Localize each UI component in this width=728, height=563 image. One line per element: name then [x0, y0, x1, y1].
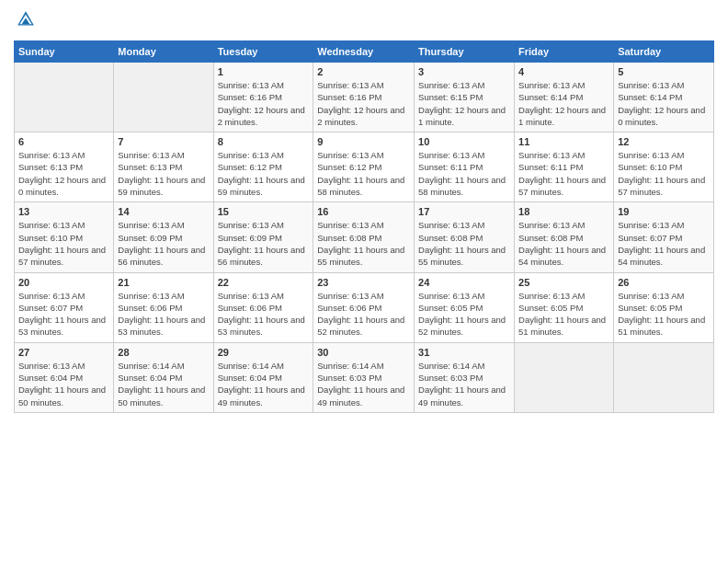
day-number: 18	[518, 206, 609, 217]
week-row-3: 13Sunrise: 6:13 AM Sunset: 6:10 PM Dayli…	[15, 202, 714, 272]
weekday-header-monday: Monday	[114, 41, 213, 63]
logo	[14, 9, 38, 33]
day-info: Sunrise: 6:13 AM Sunset: 6:04 PM Dayligh…	[18, 360, 109, 408]
day-cell: 28Sunrise: 6:14 AM Sunset: 6:04 PM Dayli…	[114, 342, 213, 412]
weekday-header-sunday: Sunday	[15, 41, 114, 63]
day-info: Sunrise: 6:13 AM Sunset: 6:06 PM Dayligh…	[118, 290, 209, 339]
day-number: 22	[218, 277, 310, 288]
day-cell: 1Sunrise: 6:13 AM Sunset: 6:16 PM Daylig…	[213, 63, 313, 132]
day-number: 2	[317, 66, 410, 77]
day-cell: 9Sunrise: 6:13 AM Sunset: 6:12 PM Daylig…	[313, 132, 415, 202]
day-info: Sunrise: 6:13 AM Sunset: 6:09 PM Dayligh…	[118, 219, 209, 268]
week-row-4: 20Sunrise: 6:13 AM Sunset: 6:07 PM Dayli…	[15, 272, 714, 342]
day-info: Sunrise: 6:13 AM Sunset: 6:05 PM Dayligh…	[418, 290, 510, 339]
day-cell: 10Sunrise: 6:13 AM Sunset: 6:11 PM Dayli…	[415, 132, 515, 202]
week-row-2: 6Sunrise: 6:13 AM Sunset: 6:13 PM Daylig…	[15, 132, 714, 202]
day-cell: 22Sunrise: 6:13 AM Sunset: 6:06 PM Dayli…	[213, 272, 313, 342]
weekday-header-friday: Friday	[515, 41, 614, 63]
day-number: 6	[18, 136, 109, 147]
week-row-5: 27Sunrise: 6:13 AM Sunset: 6:04 PM Dayli…	[15, 342, 714, 412]
day-number: 23	[317, 277, 410, 288]
day-cell: 5Sunrise: 6:13 AM Sunset: 6:14 PM Daylig…	[614, 63, 714, 132]
day-info: Sunrise: 6:13 AM Sunset: 6:08 PM Dayligh…	[418, 219, 510, 268]
day-info: Sunrise: 6:13 AM Sunset: 6:08 PM Dayligh…	[518, 219, 609, 268]
day-cell: 2Sunrise: 6:13 AM Sunset: 6:16 PM Daylig…	[313, 63, 415, 132]
day-cell: 13Sunrise: 6:13 AM Sunset: 6:10 PM Dayli…	[15, 202, 114, 272]
day-cell: 20Sunrise: 6:13 AM Sunset: 6:07 PM Dayli…	[15, 272, 114, 342]
day-info: Sunrise: 6:14 AM Sunset: 6:03 PM Dayligh…	[317, 360, 410, 408]
day-info: Sunrise: 6:13 AM Sunset: 6:13 PM Dayligh…	[118, 149, 209, 198]
day-number: 31	[418, 347, 510, 358]
weekday-header-saturday: Saturday	[614, 41, 714, 63]
day-cell: 29Sunrise: 6:14 AM Sunset: 6:04 PM Dayli…	[213, 342, 313, 412]
day-number: 25	[518, 277, 609, 288]
day-info: Sunrise: 6:13 AM Sunset: 6:13 PM Dayligh…	[18, 149, 109, 198]
day-cell: 14Sunrise: 6:13 AM Sunset: 6:09 PM Dayli…	[114, 202, 213, 272]
day-cell: 11Sunrise: 6:13 AM Sunset: 6:11 PM Dayli…	[515, 132, 614, 202]
day-number: 9	[317, 136, 410, 147]
day-cell: 16Sunrise: 6:13 AM Sunset: 6:08 PM Dayli…	[313, 202, 415, 272]
day-info: Sunrise: 6:13 AM Sunset: 6:09 PM Dayligh…	[218, 219, 310, 268]
day-info: Sunrise: 6:13 AM Sunset: 6:05 PM Dayligh…	[618, 290, 710, 339]
day-info: Sunrise: 6:13 AM Sunset: 6:06 PM Dayligh…	[218, 290, 310, 339]
week-row-1: 1Sunrise: 6:13 AM Sunset: 6:16 PM Daylig…	[15, 63, 714, 132]
day-number: 19	[618, 206, 710, 217]
day-cell: 3Sunrise: 6:13 AM Sunset: 6:15 PM Daylig…	[415, 63, 515, 132]
day-number: 14	[118, 206, 209, 217]
day-cell: 4Sunrise: 6:13 AM Sunset: 6:14 PM Daylig…	[515, 63, 614, 132]
day-cell: 17Sunrise: 6:13 AM Sunset: 6:08 PM Dayli…	[415, 202, 515, 272]
day-cell	[515, 342, 614, 412]
day-info: Sunrise: 6:13 AM Sunset: 6:12 PM Dayligh…	[317, 149, 410, 198]
day-info: Sunrise: 6:13 AM Sunset: 6:11 PM Dayligh…	[518, 149, 609, 198]
calendar-table: SundayMondayTuesdayWednesdayThursdayFrid…	[14, 40, 714, 413]
day-number: 30	[317, 347, 410, 358]
day-number: 4	[518, 66, 609, 77]
day-cell	[614, 342, 714, 412]
day-cell: 23Sunrise: 6:13 AM Sunset: 6:06 PM Dayli…	[313, 272, 415, 342]
day-cell: 25Sunrise: 6:13 AM Sunset: 6:05 PM Dayli…	[515, 272, 614, 342]
day-cell: 15Sunrise: 6:13 AM Sunset: 6:09 PM Dayli…	[213, 202, 313, 272]
day-info: Sunrise: 6:13 AM Sunset: 6:06 PM Dayligh…	[317, 290, 410, 339]
day-info: Sunrise: 6:13 AM Sunset: 6:07 PM Dayligh…	[18, 290, 109, 339]
day-cell: 30Sunrise: 6:14 AM Sunset: 6:03 PM Dayli…	[313, 342, 415, 412]
day-number: 10	[418, 136, 510, 147]
day-number: 8	[218, 136, 310, 147]
day-number: 26	[618, 277, 710, 288]
day-number: 15	[218, 206, 310, 217]
day-info: Sunrise: 6:14 AM Sunset: 6:03 PM Dayligh…	[418, 360, 510, 408]
day-cell: 12Sunrise: 6:13 AM Sunset: 6:10 PM Dayli…	[614, 132, 714, 202]
day-info: Sunrise: 6:13 AM Sunset: 6:14 PM Dayligh…	[518, 79, 609, 128]
weekday-header-thursday: Thursday	[415, 41, 515, 63]
day-info: Sunrise: 6:13 AM Sunset: 6:12 PM Dayligh…	[218, 149, 310, 198]
day-cell: 18Sunrise: 6:13 AM Sunset: 6:08 PM Dayli…	[515, 202, 614, 272]
header	[14, 9, 714, 33]
page: SundayMondayTuesdayWednesdayThursdayFrid…	[0, 0, 728, 563]
day-number: 29	[218, 347, 310, 358]
day-number: 12	[618, 136, 710, 147]
day-cell: 21Sunrise: 6:13 AM Sunset: 6:06 PM Dayli…	[114, 272, 213, 342]
day-number: 1	[218, 66, 310, 77]
day-number: 13	[18, 206, 109, 217]
day-number: 5	[618, 66, 710, 77]
day-info: Sunrise: 6:13 AM Sunset: 6:14 PM Dayligh…	[618, 79, 710, 128]
day-info: Sunrise: 6:13 AM Sunset: 6:08 PM Dayligh…	[317, 219, 410, 268]
day-info: Sunrise: 6:14 AM Sunset: 6:04 PM Dayligh…	[218, 360, 310, 408]
day-cell: 24Sunrise: 6:13 AM Sunset: 6:05 PM Dayli…	[415, 272, 515, 342]
day-number: 24	[418, 277, 510, 288]
day-cell: 8Sunrise: 6:13 AM Sunset: 6:12 PM Daylig…	[213, 132, 313, 202]
day-cell: 26Sunrise: 6:13 AM Sunset: 6:05 PM Dayli…	[614, 272, 714, 342]
day-number: 20	[18, 277, 109, 288]
day-number: 21	[118, 277, 209, 288]
day-info: Sunrise: 6:13 AM Sunset: 6:16 PM Dayligh…	[218, 79, 310, 128]
day-cell: 6Sunrise: 6:13 AM Sunset: 6:13 PM Daylig…	[15, 132, 114, 202]
day-number: 7	[118, 136, 209, 147]
weekday-header-row: SundayMondayTuesdayWednesdayThursdayFrid…	[15, 41, 714, 63]
day-cell: 27Sunrise: 6:13 AM Sunset: 6:04 PM Dayli…	[15, 342, 114, 412]
day-number: 11	[518, 136, 609, 147]
day-info: Sunrise: 6:13 AM Sunset: 6:10 PM Dayligh…	[618, 149, 710, 198]
day-info: Sunrise: 6:13 AM Sunset: 6:05 PM Dayligh…	[518, 290, 609, 339]
day-info: Sunrise: 6:13 AM Sunset: 6:10 PM Dayligh…	[18, 219, 109, 268]
day-info: Sunrise: 6:14 AM Sunset: 6:04 PM Dayligh…	[118, 360, 209, 408]
day-number: 16	[317, 206, 410, 217]
day-cell: 31Sunrise: 6:14 AM Sunset: 6:03 PM Dayli…	[415, 342, 515, 412]
